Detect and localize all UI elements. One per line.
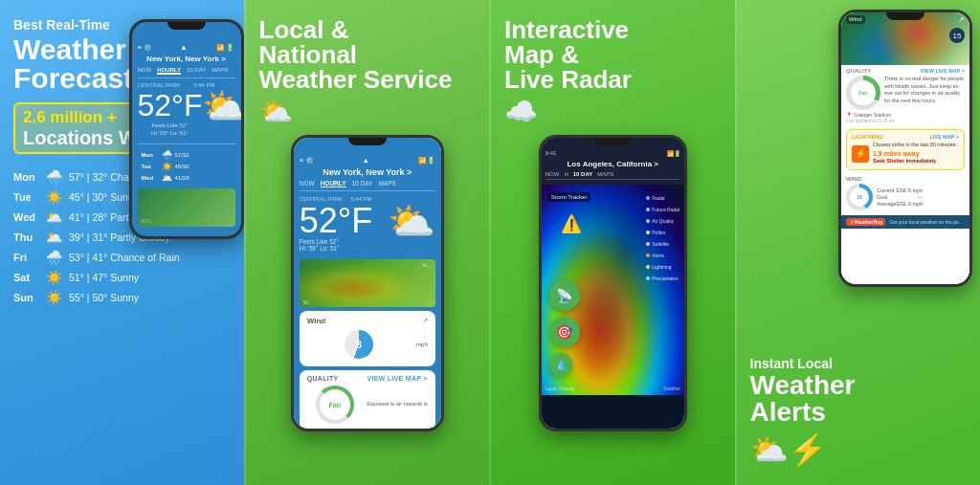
phone-mockup-3: 9:41📶🔋 Los Angeles, California > NOWH10 … (539, 135, 687, 431)
panel-national: Local & National Weather Service ⛅ ≡ ⚙️▲… (244, 0, 490, 485)
panel2-title: Local & National Weather Service ⛅ (259, 17, 477, 127)
forecast-row-fri: Fri 🌧️ 53° | 41° Chance of Rain (13, 250, 231, 265)
phone-container-4: Wind ↗ 15 QUALITY View Live Map > (838, 10, 972, 287)
map-preview-4: Wind ↗ 15 (841, 12, 969, 65)
phone-notch-2 (348, 138, 387, 145)
phone-notch-4 (886, 12, 924, 20)
forecast-row-sun: Sun ☀️ 55° | 50° Sunny (13, 290, 231, 305)
lightning-icon: ⚡ (852, 145, 869, 163)
mini-map-2: NJ Al... (300, 259, 435, 307)
weatherbug-banner: ⚡WeatherBug Get your local weather on th… (841, 215, 969, 229)
radar-btn[interactable]: 📡 (549, 280, 580, 311)
wind-section-4: Wind 15 CurrentESE 6 mph Gust— AverageES… (841, 173, 969, 213)
panel-radar: Interactive Map & Live Radar ☁️ 9:41📶🔋 L… (489, 0, 735, 485)
wind-card: Wind ↗ 8 mph (300, 311, 435, 366)
water-btn[interactable]: 💧 (549, 353, 572, 376)
wind-circle: 8 (345, 330, 373, 359)
quality-section-4: QUALITY View Live Map > Fair There is no… (841, 65, 969, 126)
panel3-title: Interactive Map & Live Radar ☁️ (504, 17, 722, 127)
phone-notch-3 (593, 138, 632, 145)
phone-tabs: NOW HOURLY 10 DAY MAPS (138, 67, 235, 78)
target-btn[interactable]: 🎯 (549, 317, 580, 347)
alert-cloud-icon: ⛅⚡ (750, 431, 856, 468)
map-buttons: 📡 🎯 💧 (549, 280, 580, 376)
phone-mockup-1: ≡ ⚙️ ▲ 📶 🔋 New York, New York > NOW HOUR… (129, 19, 244, 239)
panel-alerts: Wind ↗ 15 QUALITY View Live Map > (735, 0, 981, 485)
cloud-icon: ☁️ (504, 96, 722, 127)
radar-sidebar: Radar Future Radar Air Quality Pollen Sa… (644, 194, 683, 282)
phone-container-2: ≡ ⚙️▲📶🔋 New York, New York > NOWHOURLY10… (259, 135, 477, 468)
panel-forecast: Best Real-Time Weather Forecast 2.6 mill… (0, 0, 244, 485)
mini-map: NYC (138, 188, 235, 227)
lightning-card: LIGHTNING Live Map > ⚡ Closest strike in… (846, 129, 965, 170)
quality-gauge: Fair (316, 386, 354, 424)
quality-card: QUALITY View Live Map > Fair Exposure to… (300, 370, 435, 429)
wind-circle-4: 15 (846, 184, 873, 210)
phone-notch (167, 22, 206, 30)
radar-map: Storm Tracker ⚠️ Radar Future Radar Air … (542, 185, 684, 395)
forecast-row-sat: Sat ☀️ 51° | 47° Sunny (13, 270, 231, 285)
phone-container-3: 9:41📶🔋 Los Angeles, California > NOWH10 … (504, 135, 722, 468)
weather-icon-phone: ⛅ (202, 85, 240, 127)
phone-mockup-2: ≡ ⚙️▲📶🔋 New York, New York > NOWHOURLY10… (291, 135, 444, 431)
sun-cloud-icon: ⛅ (259, 96, 477, 127)
phone-mockup-4: Wind ↗ 15 QUALITY View Live Map > (838, 10, 972, 287)
quality-gauge-4: Fair (846, 76, 880, 110)
